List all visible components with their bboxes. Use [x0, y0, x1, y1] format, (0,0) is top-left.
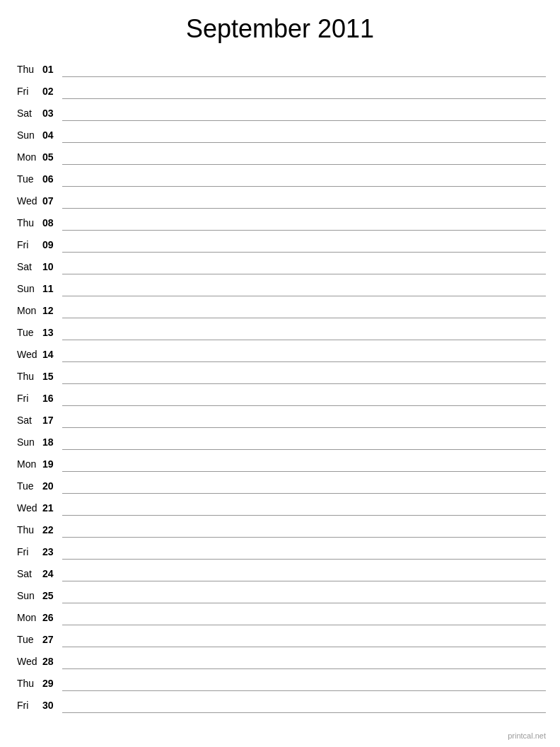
day-name: Tue	[14, 168, 42, 190]
table-row: Tue06	[14, 168, 546, 190]
day-name: Mon	[14, 146, 42, 168]
day-name: Sat	[14, 409, 42, 431]
day-name: Sat	[14, 562, 42, 584]
table-row: Wed07	[14, 190, 546, 212]
day-name: Tue	[14, 321, 42, 343]
table-row: Thu01	[14, 58, 546, 80]
day-number: 08	[42, 212, 62, 233]
day-number: 24	[42, 562, 62, 584]
day-line-cell	[62, 299, 546, 321]
day-number: 26	[42, 606, 62, 628]
day-number: 16	[42, 387, 62, 409]
day-number: 30	[42, 694, 62, 716]
day-name: Mon	[14, 453, 42, 475]
day-number: 19	[42, 453, 62, 475]
day-name: Tue	[14, 628, 42, 650]
day-number: 07	[42, 190, 62, 212]
day-name: Thu	[14, 365, 42, 387]
day-name: Fri	[14, 694, 42, 716]
day-name: Fri	[14, 80, 42, 102]
table-row: Fri23	[14, 540, 546, 562]
day-line-cell	[62, 562, 546, 584]
day-number: 10	[42, 255, 62, 277]
day-number: 13	[42, 321, 62, 343]
day-name: Thu	[14, 519, 42, 540]
day-line-cell	[62, 365, 546, 387]
day-number: 20	[42, 475, 62, 497]
day-name: Thu	[14, 672, 42, 694]
day-name: Sat	[14, 255, 42, 277]
day-name: Wed	[14, 650, 42, 672]
day-line-cell	[62, 146, 546, 168]
day-number: 18	[42, 431, 62, 453]
table-row: Mon19	[14, 453, 546, 475]
day-line-cell	[62, 168, 546, 190]
day-line-cell	[62, 102, 546, 124]
day-name: Wed	[14, 190, 42, 212]
day-line-cell	[62, 650, 546, 672]
day-number: 25	[42, 584, 62, 606]
table-row: Wed14	[14, 343, 546, 365]
day-line-cell	[62, 519, 546, 540]
page-title: September 2011	[14, 14, 546, 44]
day-line-cell	[62, 694, 546, 716]
table-row: Sat10	[14, 255, 546, 277]
table-row: Mon12	[14, 299, 546, 321]
day-line-cell	[62, 190, 546, 212]
day-name: Sun	[14, 584, 42, 606]
footer-text: printcal.net	[508, 731, 546, 740]
day-number: 17	[42, 409, 62, 431]
day-line-cell	[62, 58, 546, 80]
table-row: Sat17	[14, 409, 546, 431]
day-number: 06	[42, 168, 62, 190]
day-number: 04	[42, 124, 62, 146]
calendar-table: Thu01Fri02Sat03Sun04Mon05Tue06Wed07Thu08…	[14, 58, 546, 716]
day-line-cell	[62, 124, 546, 146]
day-number: 02	[42, 80, 62, 102]
day-number: 21	[42, 497, 62, 519]
day-line-cell	[62, 453, 546, 475]
table-row: Sat03	[14, 102, 546, 124]
day-name: Wed	[14, 497, 42, 519]
day-name: Sun	[14, 431, 42, 453]
day-line-cell	[62, 212, 546, 233]
day-number: 23	[42, 540, 62, 562]
day-number: 03	[42, 102, 62, 124]
day-number: 05	[42, 146, 62, 168]
day-number: 11	[42, 277, 62, 299]
table-row: Tue20	[14, 475, 546, 497]
page: September 2011 Thu01Fri02Sat03Sun04Mon05…	[0, 0, 560, 747]
table-row: Sun18	[14, 431, 546, 453]
table-row: Thu08	[14, 212, 546, 233]
day-number: 28	[42, 650, 62, 672]
table-row: Tue27	[14, 628, 546, 650]
day-name: Fri	[14, 540, 42, 562]
day-name: Fri	[14, 233, 42, 255]
day-name: Wed	[14, 343, 42, 365]
day-number: 09	[42, 233, 62, 255]
day-number: 15	[42, 365, 62, 387]
table-row: Thu15	[14, 365, 546, 387]
day-line-cell	[62, 321, 546, 343]
day-line-cell	[62, 80, 546, 102]
table-row: Tue13	[14, 321, 546, 343]
table-row: Fri16	[14, 387, 546, 409]
table-row: Sun25	[14, 584, 546, 606]
day-name: Mon	[14, 299, 42, 321]
day-number: 01	[42, 58, 62, 80]
day-name: Sun	[14, 124, 42, 146]
table-row: Thu29	[14, 672, 546, 694]
table-row: Sun04	[14, 124, 546, 146]
table-row: Fri09	[14, 233, 546, 255]
day-name: Sun	[14, 277, 42, 299]
day-number: 29	[42, 672, 62, 694]
table-row: Wed28	[14, 650, 546, 672]
day-line-cell	[62, 255, 546, 277]
table-row: Fri30	[14, 694, 546, 716]
day-line-cell	[62, 277, 546, 299]
day-number: 12	[42, 299, 62, 321]
day-name: Fri	[14, 387, 42, 409]
table-row: Sat24	[14, 562, 546, 584]
table-row: Wed21	[14, 497, 546, 519]
table-row: Sun11	[14, 277, 546, 299]
